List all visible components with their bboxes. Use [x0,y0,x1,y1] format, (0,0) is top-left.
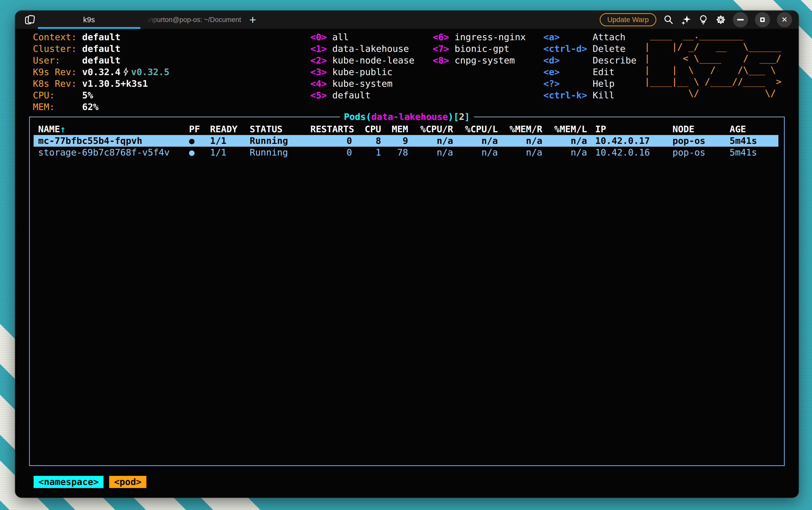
maximize-icon [760,18,765,22]
tab-shell[interactable]: ianpurton@pop-os: ~/Document [144,10,250,29]
pod-ip: 10.42.0.16 [587,147,672,158]
pod-row[interactable]: storage-69b7c8768f-v5f4v ● 1/1 Running 0… [34,147,778,158]
warp-terminal-window: k9s ianpurton@pop-os: ~/Document + Updat… [15,10,799,498]
namespace-item: <5> default [310,89,415,101]
info-k8s-rev: K8s Rev:v1.30.5+k3s1 [33,78,169,89]
col-header-cpu[interactable]: CPU [352,123,381,135]
pod-mem-r: n/a [498,135,542,147]
pod-name: storage-69b7c8768f-v5f4v [38,147,189,158]
namespace-item: <7> bionic-gpt [433,43,526,55]
crumb-namespace: <namespace> [34,476,103,488]
col-header-mem[interactable]: MEM [381,123,408,135]
k9s-ascii-logo: ____ __.________ | |/ _/ __ \______ | < … [644,29,781,99]
pod-mem: 78 [381,147,408,158]
pod-age: 5m41s [730,135,778,147]
namespace-item: <3> kube-public [310,66,415,78]
port-forward-dot: ● [189,147,210,158]
col-header-age[interactable]: AGE [730,123,778,135]
command-shortcuts: <a>Attach <ctrl-d>Delete <d>Describe <e>… [543,31,636,101]
maximize-button[interactable] [755,12,770,27]
info-context: Context:default [33,31,169,43]
sort-asc-icon: ↑ [60,124,66,134]
namespace-item: <0> all [310,31,415,43]
pod-status: Running [250,147,310,158]
info-cluster: Cluster:default [33,43,169,55]
terminal-content: Context:default Cluster:default User:def… [15,29,799,498]
pod-row-selected[interactable]: mc-77bfbc55b4-fqpvh ● 1/1 Running 0 8 9 … [34,135,778,147]
col-header-name[interactable]: NAME↑ [38,123,189,135]
col-header-ready[interactable]: READY [210,123,250,135]
tabbar-right-cluster: Update Warp [600,10,792,29]
shortcut-delete: <ctrl-d>Delete [543,43,636,55]
shortcut-edit: <e>Edit [543,66,636,78]
pod-status: Running [250,135,310,147]
info-user: User:default [33,55,169,66]
pod-cpu: 1 [352,147,381,158]
col-header-cpu-l[interactable]: %CPU/L [453,123,498,135]
pod-mem-r: n/a [498,147,542,158]
pod-ready: 1/1 [210,135,250,147]
pod-mem-l: n/a [542,135,587,147]
pod-ip: 10.42.0.17 [587,135,672,147]
col-header-cpu-r[interactable]: %CPU/R [408,123,453,135]
search-icon[interactable] [663,15,674,25]
new-tab-button[interactable]: + [244,10,262,29]
col-header-pf[interactable]: PF [189,123,210,135]
col-header-mem-r[interactable]: %MEM/R [498,123,542,135]
namespace-hotkeys-col1: <0> all <1> data-lakehouse <2> kube-node… [310,31,415,101]
port-forward-dot: ● [189,135,210,147]
shortcut-describe: <d>Describe [543,55,636,66]
pods-panel: Pods(data-lakehouse)[2] NAME↑ PF READY S… [29,117,785,466]
pod-restarts: 0 [310,135,352,147]
minimize-icon [737,19,744,21]
update-warp-button[interactable]: Update Warp [600,13,656,26]
minimize-button[interactable] [733,12,748,27]
pod-restarts: 0 [310,147,352,158]
lightbulb-icon[interactable] [698,15,709,25]
pod-ready: 1/1 [210,147,250,158]
info-mem: MEM:62% [33,101,169,113]
tab-label-fade [144,10,160,29]
col-header-restarts[interactable]: RESTARTS [310,123,352,135]
breadcrumb: <namespace> <pod> [34,476,146,488]
col-header-mem-l[interactable]: %MEM/L [542,123,587,135]
col-header-node[interactable]: NODE [672,123,730,135]
pods-panel-title: Pods(data-lakehouse)[2] [340,111,474,123]
namespace-item: <6> ingress-nginx [433,31,526,43]
pod-age: 5m41s [730,147,778,158]
pod-cpu-r: n/a [408,135,453,147]
shortcut-attach: <a>Attach [543,31,636,43]
active-tab-underline [38,27,140,29]
crumb-pod: <pod> [109,476,146,488]
tab-pages-icon[interactable] [25,15,36,25]
sparkles-icon[interactable] [681,15,691,25]
namespace-item: <8> cnpg-system [433,55,526,66]
close-icon: ✕ [781,16,787,24]
pod-cpu: 8 [352,135,381,147]
shortcut-kill: <ctrl-k>Kill [543,89,636,101]
pod-mem: 9 [381,135,408,147]
pods-table: NAME↑ PF READY STATUS RESTARTS CPU MEM %… [30,117,784,158]
pod-node: pop-os [672,135,730,147]
namespace-item: <1> data-lakehouse [310,43,415,55]
tab-bar: k9s ianpurton@pop-os: ~/Document + Updat… [15,10,799,29]
info-k9s-rev: K9s Rev:v0.32.4v0.32.5 [33,66,169,78]
table-header-row: NAME↑ PF READY STATUS RESTARTS CPU MEM %… [34,123,778,135]
tab-k9s[interactable]: k9s [38,10,140,29]
close-button[interactable]: ✕ [777,12,792,27]
col-header-ip[interactable]: IP [587,123,672,135]
gear-icon[interactable] [716,15,726,25]
pod-cpu-l: n/a [453,135,498,147]
cluster-info: Context:default Cluster:default User:def… [33,31,169,113]
namespace-item: <2> kube-node-lease [310,55,415,66]
pod-mem-l: n/a [542,147,587,158]
pod-name: mc-77bfbc55b4-fqpvh [38,135,189,147]
new-tab-plus: + [249,13,256,27]
shortcut-help: <?>Help [543,78,636,89]
pod-cpu-l: n/a [453,147,498,158]
namespace-hotkeys-col2: <6> ingress-nginx <7> bionic-gpt <8> cnp… [433,31,526,66]
col-header-status[interactable]: STATUS [250,123,310,135]
info-cpu: CPU:5% [33,89,169,101]
tab-k9s-label: k9s [83,16,95,24]
pod-node: pop-os [672,147,730,158]
